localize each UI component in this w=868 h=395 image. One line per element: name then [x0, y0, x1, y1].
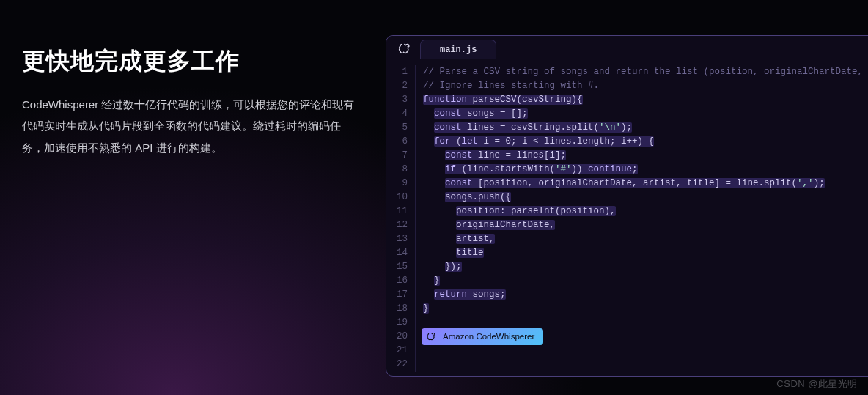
code-line: const songs = []; [423, 107, 868, 121]
code-line: } [423, 302, 868, 316]
line-number: 9 [386, 177, 408, 191]
code-editor: main.js 12345678910111213141516171819202… [386, 35, 868, 377]
line-number: 11 [386, 204, 408, 218]
editor-tab-main-js[interactable]: main.js [420, 40, 496, 59]
code-line: // Parse a CSV string of songs and retur… [423, 65, 868, 79]
code-line: }); [423, 260, 868, 274]
code-line: originalChartDate, [423, 218, 868, 232]
codewhisperer-badge[interactable]: Amazon CodeWhisperer [422, 328, 543, 345]
line-number: 3 [386, 93, 408, 107]
line-number: 5 [386, 121, 408, 135]
code-line: if (line.startsWith('#')) continue; [423, 163, 868, 177]
line-number: 8 [386, 163, 408, 177]
line-number: 20 [386, 330, 408, 344]
line-number: 17 [386, 288, 408, 302]
line-number: 22 [386, 358, 408, 372]
code-line: for (let i = 0; i < lines.length; i++) { [423, 135, 868, 149]
line-number: 2 [386, 79, 408, 93]
codewhisperer-icon [397, 41, 413, 57]
line-number: 14 [386, 246, 408, 260]
editor-tabbar: main.js [386, 36, 868, 62]
code-lines: // Parse a CSV string of songs and retur… [416, 65, 868, 372]
line-number: 13 [386, 232, 408, 246]
code-line: } [423, 274, 868, 288]
code-line: // Ignore lines starting with #. [423, 79, 868, 93]
line-number: 6 [386, 135, 408, 149]
line-number: 18 [386, 302, 408, 316]
code-line: const line = lines[i]; [423, 149, 868, 163]
page-description: CodeWhisperer 经过数十亿行代码的训练，可以根据您的评论和现有代码实… [22, 94, 359, 158]
code-line [423, 344, 868, 358]
line-number-gutter: 12345678910111213141516171819202122 [386, 65, 416, 372]
code-line: const [position, originalChartDate, arti… [423, 177, 868, 191]
code-line: return songs; [423, 288, 868, 302]
code-line: title [423, 246, 868, 260]
line-number: 1 [386, 65, 408, 79]
info-panel: 更快地完成更多工作 CodeWhisperer 经过数十亿行代码的训练，可以根据… [22, 35, 359, 377]
line-number: 16 [386, 274, 408, 288]
line-number: 7 [386, 149, 408, 163]
watermark-text: CSDN @此星光明 [776, 377, 858, 391]
page-heading: 更快地完成更多工作 [22, 45, 359, 78]
line-number: 12 [386, 218, 408, 232]
line-number: 10 [386, 191, 408, 204]
code-area[interactable]: 12345678910111213141516171819202122 // P… [386, 62, 868, 376]
line-number: 19 [386, 316, 408, 330]
line-number: 15 [386, 260, 408, 274]
line-number: 21 [386, 344, 408, 358]
code-line: const lines = csvString.split('\n'); [423, 121, 868, 135]
code-line: songs.push({ [423, 191, 868, 204]
code-line: artist, [423, 232, 868, 246]
code-line: Amazon CodeWhisperer [423, 330, 868, 344]
code-line: function parseCSV(csvString){ [423, 93, 868, 107]
line-number: 4 [386, 107, 408, 121]
code-line: position: parseInt(position), [423, 204, 868, 218]
code-line [423, 358, 868, 372]
